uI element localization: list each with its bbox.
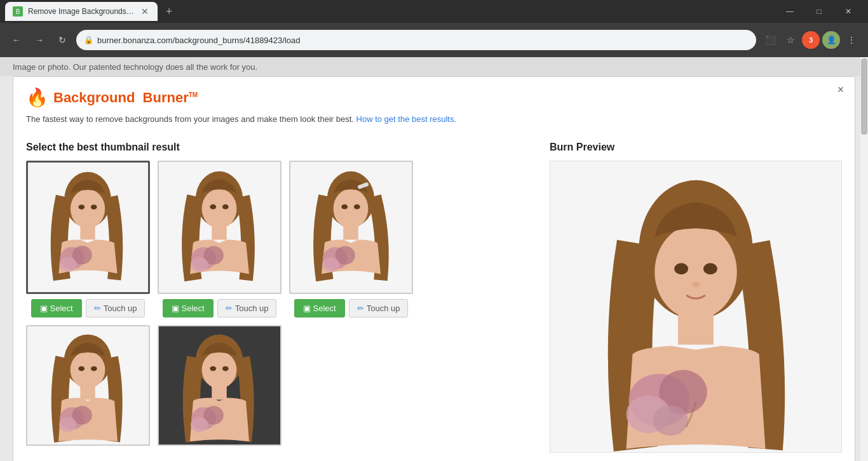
svg-point-3 [71,189,105,229]
tab-title: Remove Image Backgrounds Fre... [28,7,135,16]
back-button[interactable]: ← [8,31,25,49]
svg-point-40 [202,351,237,389]
svg-point-24 [354,204,360,210]
forward-button[interactable]: → [31,31,48,49]
svg-point-31 [71,351,105,389]
star-icon[interactable]: ☆ [782,31,799,49]
pencil-icon-3: ✏ [357,304,364,313]
thumbnail-3-actions: ▣ Select ✏ Touch up [294,299,409,317]
thumbnail-item-4 [26,325,150,446]
svg-point-13 [210,204,216,210]
profile-avatar[interactable]: 👤 [822,31,840,49]
thumbnails-section: Select the best thumbnail result [26,142,537,453]
select-button-1[interactable]: ▣ Select [31,299,82,317]
brand-orange: Burner [143,90,189,105]
address-bar-row: ← → ↻ 🔒 burner.bonanza.com/background_bu… [0,23,868,57]
preview-section: Burn Preview [550,142,842,453]
thumbnails-title: Select the best thumbnail result [26,142,537,153]
svg-point-8 [59,257,76,272]
modal-dialog: × 🔥 Background BurnerTM The fastest way … [13,76,855,461]
pencil-icon-1: ✏ [94,304,101,313]
preview-box [550,161,842,453]
behind-banner: Image or photo. Our patented technology … [0,57,868,76]
thumbnails-row-1: ▣ Select ✏ Touch up [26,161,537,317]
svg-point-52 [692,282,700,287]
window-controls: — □ ✕ [775,0,863,23]
maximize-button[interactable]: □ [804,0,834,23]
reload-button[interactable]: ↻ [53,31,71,49]
modal-body: Select the best thumbnail result [13,131,855,461]
modal-header: 🔥 Background BurnerTM The fastest way to… [13,77,855,131]
svg-point-41 [210,366,216,371]
thumbnail-item-3: ▣ Select ✏ Touch up [289,161,413,317]
svg-point-36 [59,417,76,432]
thumbnail-2-actions: ▣ Select ✏ Touch up [163,299,277,317]
brand-name: Background BurnerTM [53,90,198,106]
thumbnail-box-5[interactable] [158,325,281,446]
svg-point-50 [674,263,688,274]
lock-icon: 🔒 [84,36,93,44]
svg-point-5 [91,204,97,210]
thumbnail-box-2[interactable] [158,161,281,294]
thumbnail-item-2: ▣ Select ✏ Touch up [158,161,281,317]
thumbnail-item-5 [158,325,281,446]
brand-tm: TM [189,91,198,98]
thumbnails-row-2 [26,325,537,446]
svg-point-45 [191,417,208,432]
preview-image [550,161,841,453]
extension-badge[interactable]: 3 [802,31,820,49]
menu-button[interactable]: ⋮ [843,31,860,49]
select-icon-3: ▣ [303,304,311,313]
close-window-button[interactable]: ✕ [834,0,863,23]
new-tab-button[interactable]: + [160,3,178,20]
svg-point-42 [222,366,229,371]
page-content: Image or photo. Our patented technology … [0,57,868,461]
tab-close-button[interactable]: ✕ [140,6,150,17]
svg-point-51 [703,263,717,274]
svg-point-21 [334,189,369,229]
minimize-button[interactable]: — [775,0,804,23]
brand-black: Background [53,90,135,105]
thumbnail-1-actions: ▣ Select ✏ Touch up [31,299,146,317]
address-text: burner.bonanza.com/background_burns/4188… [97,36,749,45]
select-button-3[interactable]: ▣ Select [294,299,345,317]
svg-point-33 [91,366,97,371]
svg-point-27 [322,257,339,272]
flame-icon: 🔥 [26,87,48,108]
scrollbar-thumb[interactable] [861,58,867,135]
touchup-button-2[interactable]: ✏ Touch up [217,299,277,317]
select-icon-2: ▣ [172,304,179,313]
tab-favicon: B [13,6,23,17]
touchup-button-1[interactable]: ✏ Touch up [86,299,146,317]
svg-point-32 [78,366,85,371]
scrollbar[interactable] [860,57,868,461]
thumbnail-box-1[interactable] [26,161,150,294]
active-tab[interactable]: B Remove Image Backgrounds Fre... ✕ [5,2,158,21]
svg-point-14 [222,204,229,210]
thumbnail-box-4[interactable] [26,325,150,446]
tagline: The fastest way to remove backgrounds fr… [26,114,842,124]
select-button-2[interactable]: ▣ Select [163,299,214,317]
touchup-button-3[interactable]: ✏ Touch up [349,299,409,317]
svg-point-23 [341,204,348,210]
svg-point-17 [191,257,208,272]
cast-icon[interactable]: ⬛ [761,31,779,49]
thumbnails-grid: ▣ Select ✏ Touch up [26,161,537,446]
behind-banner-text: Image or photo. Our patented technology … [13,62,257,72]
toolbar-icons: ⬛ ☆ 3 👤 ⋮ [761,31,860,49]
svg-point-4 [78,204,85,210]
brand-logo: 🔥 Background BurnerTM [26,87,842,108]
svg-point-56 [653,405,688,436]
address-bar[interactable]: 🔒 burner.bonanza.com/background_burns/41… [76,30,756,50]
select-icon-1: ▣ [40,304,48,313]
preview-title: Burn Preview [550,142,842,153]
svg-point-12 [202,189,237,229]
title-bar: B Remove Image Backgrounds Fre... ✕ + — … [0,0,868,23]
pencil-icon-2: ✏ [226,304,233,313]
svg-point-49 [654,225,736,319]
modal-close-button[interactable]: × [833,82,848,97]
thumbnail-item-1: ▣ Select ✏ Touch up [26,161,150,317]
thumbnail-box-3[interactable] [289,161,413,294]
tagline-link[interactable]: How to get the best results. [356,114,457,124]
